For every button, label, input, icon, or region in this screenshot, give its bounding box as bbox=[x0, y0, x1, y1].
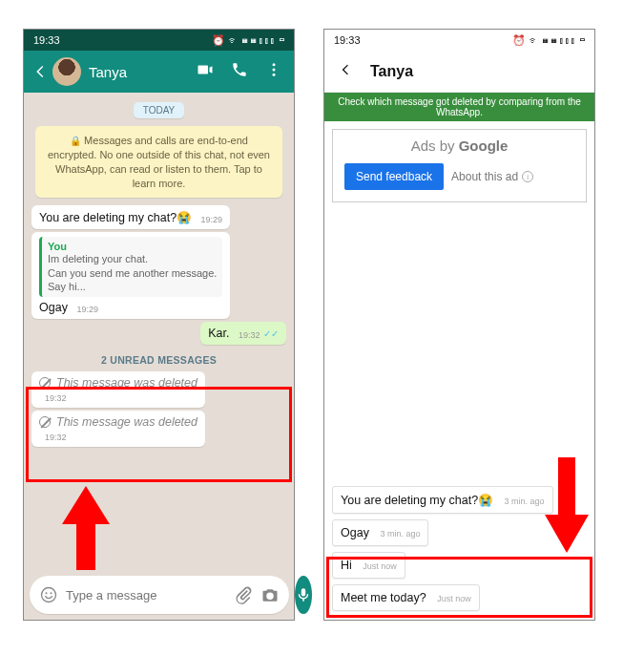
up-arrow-icon bbox=[62, 486, 110, 570]
deleted-message[interactable]: This message was deleted 19:32 bbox=[31, 371, 205, 408]
message-input[interactable] bbox=[66, 588, 226, 602]
read-ticks-icon: ✓✓ bbox=[263, 328, 279, 339]
list-item[interactable]: Ogay 3 min. ago bbox=[332, 519, 428, 546]
chat-body[interactable]: TODAY 🔒 Messages and calls are end-to-en… bbox=[24, 93, 294, 570]
deleted-message[interactable]: This message was deleted 19:32 bbox=[31, 411, 205, 447]
unread-divider: 2 UNREAD MESSAGES bbox=[31, 354, 286, 366]
svg-point-6 bbox=[51, 592, 52, 594]
svg-point-5 bbox=[46, 592, 48, 594]
encryption-notice[interactable]: 🔒 Messages and calls are end-to-end encr… bbox=[35, 126, 282, 198]
outgoing-message[interactable]: Kar. 19:32 ✓✓ bbox=[200, 322, 286, 345]
back-icon[interactable] bbox=[338, 62, 353, 81]
avatar[interactable] bbox=[52, 57, 81, 86]
svg-marker-3 bbox=[62, 486, 110, 570]
ads-container: Ads by Google Send feedback About this a… bbox=[332, 129, 587, 202]
voice-call-icon[interactable] bbox=[231, 61, 248, 82]
day-label: TODAY bbox=[134, 102, 185, 118]
whatsapp-screen: 19:33 ⏰ ᯤ ▦ ▦ ⫾⫾⫾ ▭ Tanya TODAY 🔒 Messag… bbox=[23, 29, 295, 621]
svg-point-2 bbox=[273, 74, 276, 76]
send-feedback-button[interactable]: Send feedback bbox=[344, 163, 444, 190]
status-icons: ⏰ ᯤ ▦ ▦ ⫾⫾⫾ ▭ bbox=[512, 34, 585, 47]
back-icon[interactable] bbox=[31, 62, 51, 81]
message-input-container bbox=[30, 576, 289, 614]
instruction-banner: Check which message got deleted by compa… bbox=[324, 93, 594, 121]
contact-name: Tanya bbox=[370, 63, 413, 80]
mic-button[interactable] bbox=[295, 576, 312, 614]
chat-header: Tanya bbox=[24, 51, 294, 93]
svg-point-0 bbox=[273, 63, 276, 66]
list-item[interactable]: Hi Just now bbox=[332, 552, 405, 579]
contact-name[interactable]: Tanya bbox=[89, 64, 197, 80]
status-time: 19:33 bbox=[334, 34, 361, 46]
quoted-block: You Im deleting your chat. Can you send … bbox=[39, 237, 222, 297]
input-bar bbox=[24, 570, 294, 620]
camera-icon[interactable] bbox=[260, 585, 280, 604]
status-icons: ⏰ ᯤ ▦ ▦ ⫾⫾⫾ ▭ bbox=[212, 34, 284, 47]
app-header: Tanya bbox=[324, 51, 594, 93]
info-icon: i bbox=[522, 171, 533, 182]
status-time: 19:33 bbox=[33, 34, 60, 46]
list-item[interactable]: You are deleting my chat?😭 3 min. ago bbox=[332, 486, 553, 514]
incoming-message[interactable]: You are deleting my chat?😭 19:29 bbox=[31, 205, 230, 229]
ads-title: Ads by Google bbox=[333, 130, 586, 163]
lock-icon: 🔒 bbox=[70, 136, 81, 146]
deleted-icon bbox=[39, 377, 51, 389]
incoming-message-reply[interactable]: You Im deleting your chat. Can you send … bbox=[31, 232, 230, 319]
emoji-icon[interactable] bbox=[39, 585, 58, 604]
deleted-icon bbox=[39, 416, 51, 428]
attach-icon[interactable] bbox=[234, 585, 253, 604]
video-call-icon[interactable] bbox=[197, 61, 214, 82]
about-ad-link[interactable]: About this ad i bbox=[451, 170, 533, 183]
svg-point-1 bbox=[273, 69, 276, 72]
recovered-messages-list[interactable]: You are deleting my chat?😭 3 min. ago Og… bbox=[324, 210, 594, 620]
status-bar: 19:33 ⏰ ᯤ ▦ ▦ ⫾⫾⫾ ▭ bbox=[324, 30, 594, 51]
recovery-app-screen: 19:33 ⏰ ᯤ ▦ ▦ ⫾⫾⫾ ▭ Tanya Check which me… bbox=[323, 29, 595, 621]
more-menu-icon[interactable] bbox=[265, 61, 282, 82]
status-bar: 19:33 ⏰ ᯤ ▦ ▦ ⫾⫾⫾ ▭ bbox=[24, 30, 294, 51]
list-item[interactable]: Meet me today? Just now bbox=[332, 584, 480, 611]
svg-point-4 bbox=[42, 588, 56, 602]
